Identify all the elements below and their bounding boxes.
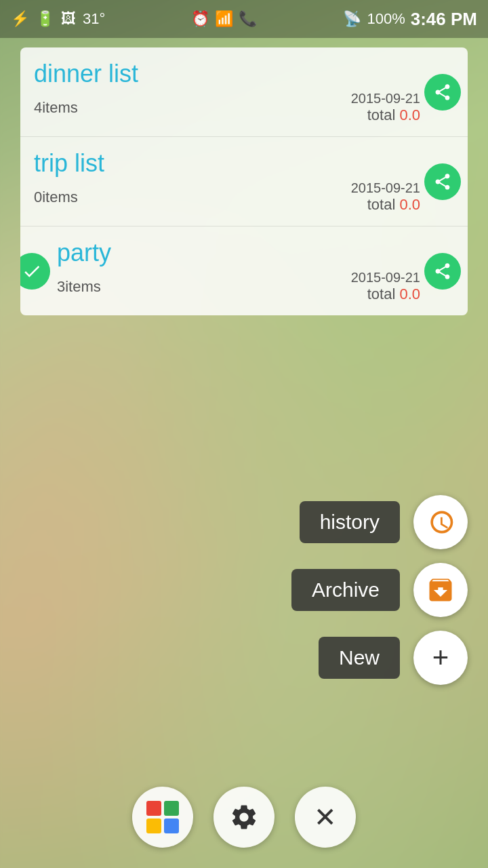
close-button[interactable]: ✕ <box>295 787 356 848</box>
history-label[interactable]: history <box>300 501 400 543</box>
checked-badge <box>20 253 50 290</box>
usb-icon: ⚡ <box>11 10 29 28</box>
svg-rect-2 <box>146 818 161 833</box>
share-button[interactable] <box>424 74 461 111</box>
list-count: 3items <box>57 278 101 296</box>
list-item[interactable]: trip list 0items 2015-09-21 total 0.0 <box>20 137 468 226</box>
archive-icon <box>426 575 455 605</box>
archive-button[interactable] <box>413 563 468 617</box>
plus-icon: + <box>432 642 449 674</box>
lists-card: dinner list 4items 2015-09-21 total 0.0 … <box>20 47 468 315</box>
history-row: history <box>291 495 468 549</box>
status-center: ⏰ 📶 📞 <box>191 10 257 28</box>
close-icon: ✕ <box>314 802 337 833</box>
image-icon: 🖼 <box>61 10 76 28</box>
share-button[interactable] <box>424 163 461 200</box>
total-value: 0.0 <box>399 285 420 302</box>
archive-row: Archive <box>291 563 468 617</box>
list-date: 2015-09-21 <box>351 180 420 196</box>
wifi-icon: 📶 <box>215 10 233 28</box>
share-icon <box>433 83 452 102</box>
svg-rect-0 <box>146 801 161 816</box>
fab-container: history Archive New + <box>291 495 468 698</box>
status-left: ⚡ 🔋 🖼 31° <box>11 10 105 28</box>
list-item[interactable]: dinner list 4items 2015-09-21 total 0.0 <box>20 47 468 137</box>
list-date-total: 2015-09-21 total 0.0 <box>351 180 420 214</box>
battery-percent: 100% <box>367 10 405 28</box>
share-button[interactable] <box>424 253 461 290</box>
battery-icon: 🔋 <box>36 10 54 28</box>
list-title[interactable]: party <box>57 239 420 267</box>
share-icon <box>433 262 452 281</box>
status-bar: ⚡ 🔋 🖼 31° ⏰ 📶 📞 📡 100% 3:46 PM <box>0 0 488 38</box>
list-title[interactable]: dinner list <box>34 60 420 88</box>
phone-icon: 📞 <box>239 10 257 28</box>
gear-icon <box>229 802 259 832</box>
list-date-total: 2015-09-21 total 0.0 <box>351 91 420 124</box>
svg-rect-1 <box>164 801 179 816</box>
share-icon <box>433 172 452 191</box>
list-meta: 0items 2015-09-21 total 0.0 <box>34 180 420 214</box>
list-total: total 0.0 <box>351 196 420 214</box>
list-total: total 0.0 <box>351 106 420 124</box>
list-meta: 4items 2015-09-21 total 0.0 <box>34 91 420 124</box>
new-row: New + <box>291 631 468 685</box>
new-button[interactable]: + <box>413 631 468 685</box>
total-value: 0.0 <box>399 196 420 213</box>
settings-button[interactable] <box>214 787 274 848</box>
signal-icon: 📡 <box>343 10 361 28</box>
history-icon <box>426 507 455 537</box>
clock: 3:46 PM <box>411 9 477 30</box>
total-value: 0.0 <box>399 106 420 123</box>
bottom-nav: ✕ <box>0 787 488 848</box>
list-date: 2015-09-21 <box>351 91 420 106</box>
list-count: 0items <box>34 189 78 206</box>
list-count: 4items <box>34 99 78 117</box>
list-title[interactable]: trip list <box>34 149 420 178</box>
new-label[interactable]: New <box>319 637 400 679</box>
list-item[interactable]: party 3items 2015-09-21 total 0.0 <box>20 226 468 315</box>
list-total: total 0.0 <box>351 285 420 303</box>
alarm-icon: ⏰ <box>191 10 209 28</box>
history-button[interactable] <box>413 495 468 549</box>
status-right: 📡 100% 3:46 PM <box>343 9 477 30</box>
svg-rect-3 <box>164 818 179 833</box>
list-meta: 3items 2015-09-21 total 0.0 <box>57 270 420 303</box>
archive-label[interactable]: Archive <box>291 569 400 611</box>
list-date-total: 2015-09-21 total 0.0 <box>351 270 420 303</box>
logo-button[interactable] <box>132 787 193 848</box>
app-logo-icon <box>145 800 180 835</box>
list-date: 2015-09-21 <box>351 270 420 285</box>
temperature: 31° <box>83 10 105 28</box>
checkmark-icon <box>22 261 42 281</box>
